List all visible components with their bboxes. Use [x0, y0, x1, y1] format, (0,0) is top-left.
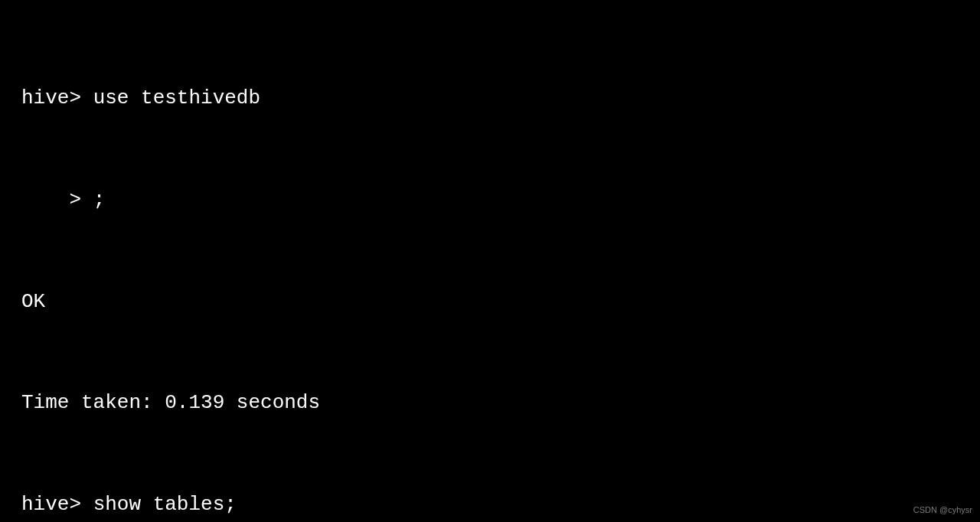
- prompt: hive>: [21, 86, 93, 109]
- command-text: show tables;: [93, 493, 237, 516]
- command-text: use testhivedb: [93, 86, 260, 109]
- output-text: OK: [21, 290, 45, 313]
- terminal-output[interactable]: hive> use testhivedb > ; OK Time taken: …: [21, 14, 959, 522]
- output-text: Time taken: 0.139 seconds: [21, 391, 320, 414]
- terminal-line: hive> use testhivedb: [21, 81, 959, 115]
- terminal-line: hive> show tables;: [21, 488, 959, 521]
- watermark-text: CSDN @cyhysr: [913, 503, 972, 517]
- prompt: >: [21, 188, 93, 211]
- prompt: hive>: [21, 493, 93, 516]
- terminal-line: Time taken: 0.139 seconds: [21, 386, 959, 419]
- command-text: ;: [93, 188, 106, 211]
- terminal-line: > ;: [21, 183, 959, 217]
- terminal-line: OK: [21, 285, 959, 318]
